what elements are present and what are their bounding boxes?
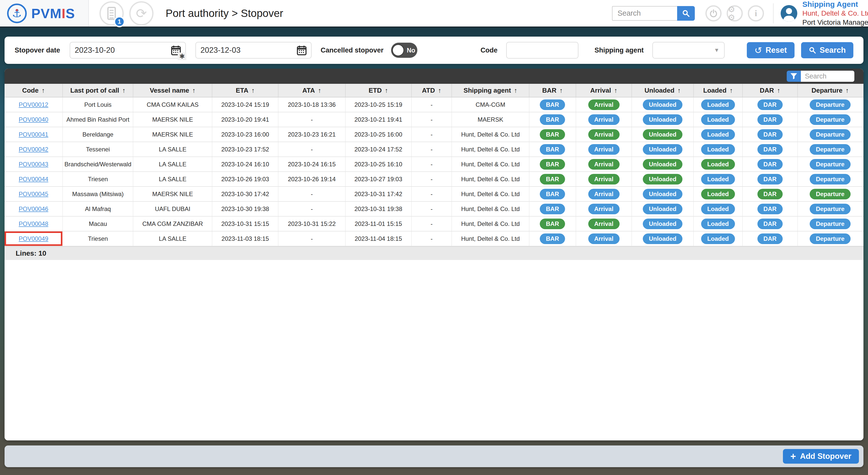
column-header-etd[interactable]: ETD↑ xyxy=(346,84,412,97)
column-header-departure[interactable]: Departure↑ xyxy=(798,84,863,97)
code-input[interactable] xyxy=(506,42,579,59)
stopover-code-link[interactable]: POV00046 xyxy=(19,205,48,213)
loaded-chip-button[interactable]: Loaded xyxy=(701,189,735,199)
departure-chip-button[interactable]: Departure xyxy=(810,159,850,169)
arrival-chip-button[interactable]: Arrival xyxy=(588,144,620,155)
stopover-code-link[interactable]: POV00041 xyxy=(19,131,48,138)
stopover-code-link[interactable]: POV00043 xyxy=(19,161,48,168)
filter-search-button[interactable]: Search xyxy=(801,42,854,58)
arrival-chip-button[interactable]: Arrival xyxy=(588,129,620,140)
column-header-loaded[interactable]: Loaded↑ xyxy=(694,84,743,97)
departure-chip-button[interactable]: Departure xyxy=(810,219,850,229)
unloaded-chip-button[interactable]: Unloaded xyxy=(643,219,682,229)
arrival-chip-button[interactable]: Arrival xyxy=(588,204,620,214)
unloaded-chip-button[interactable]: Unloaded xyxy=(643,204,682,214)
loaded-chip-button[interactable]: Loaded xyxy=(701,204,735,214)
column-header-dar[interactable]: DAR↑ xyxy=(743,84,798,97)
date-to-field[interactable]: 2023-12-03 xyxy=(195,42,312,59)
table-search-input[interactable] xyxy=(801,71,855,82)
unloaded-chip-button[interactable]: Unloaded xyxy=(643,174,682,185)
loaded-chip-button[interactable]: Loaded xyxy=(701,99,735,110)
column-header-eta[interactable]: ETA↑ xyxy=(212,84,278,97)
departure-chip-button[interactable]: Departure xyxy=(810,204,850,214)
dar-chip-button[interactable]: DAR xyxy=(757,114,783,125)
departure-chip-button[interactable]: Departure xyxy=(810,189,850,199)
reset-button[interactable]: ↺ Reset xyxy=(747,42,795,58)
column-header-code[interactable]: Code↑ xyxy=(4,84,63,97)
refresh-button[interactable]: ⟳ xyxy=(129,1,154,26)
column-header-unloaded[interactable]: Unloaded↑ xyxy=(632,84,694,97)
unloaded-chip-button[interactable]: Unloaded xyxy=(643,233,682,244)
global-search-input[interactable] xyxy=(612,6,677,21)
stopover-code-link[interactable]: POV00040 xyxy=(19,116,48,123)
unloaded-chip-button[interactable]: Unloaded xyxy=(643,189,682,199)
departure-chip-button[interactable]: Departure xyxy=(810,174,850,185)
add-stopover-button[interactable]: + Add Stopover xyxy=(783,449,859,464)
dar-chip-button[interactable]: DAR xyxy=(757,99,783,110)
dar-chip-button[interactable]: DAR xyxy=(757,233,783,244)
cancelled-stopover-toggle[interactable]: No xyxy=(391,43,417,58)
settings-button[interactable]: ⚙ ⚙ xyxy=(726,5,743,22)
dar-chip-button[interactable]: DAR xyxy=(757,144,783,155)
column-header-arrival[interactable]: Arrival↑ xyxy=(576,84,632,97)
bar-chip-button[interactable]: BAR xyxy=(540,189,565,199)
info-button[interactable]: i xyxy=(748,5,764,22)
bar-chip-button[interactable]: BAR xyxy=(540,174,565,185)
dar-chip-button[interactable]: DAR xyxy=(757,219,783,229)
logout-button[interactable] xyxy=(705,5,721,22)
logo-block[interactable]: ⚓ PVMIS xyxy=(0,0,89,27)
loaded-chip-button[interactable]: Loaded xyxy=(701,174,735,185)
global-search-button[interactable] xyxy=(677,6,695,21)
notifications-doc-button[interactable]: 1 xyxy=(99,1,124,26)
dar-chip-button[interactable]: DAR xyxy=(757,174,783,185)
stopover-code-link[interactable]: POV00044 xyxy=(19,176,48,183)
shipping-agent-select[interactable]: ▼ xyxy=(652,42,724,59)
column-header-bar[interactable]: BAR↑ xyxy=(529,84,576,97)
bar-chip-button[interactable]: BAR xyxy=(540,233,565,244)
bar-chip-button[interactable]: BAR xyxy=(540,114,565,125)
date-from-field[interactable]: 2023-10-20 ✱ xyxy=(70,42,186,59)
unloaded-chip-button[interactable]: Unloaded xyxy=(643,99,682,110)
loaded-chip-button[interactable]: Loaded xyxy=(701,114,735,125)
dar-chip-button[interactable]: DAR xyxy=(757,204,783,214)
departure-chip-button[interactable]: Departure xyxy=(810,233,850,244)
column-header-vessel-name[interactable]: Vessel name↑ xyxy=(133,84,212,97)
column-header-last-port-of-call[interactable]: Last port of call↑ xyxy=(63,84,133,97)
departure-chip-button[interactable]: Departure xyxy=(810,114,850,125)
departure-chip-button[interactable]: Departure xyxy=(810,144,850,155)
bar-chip-button[interactable]: BAR xyxy=(540,204,565,214)
dar-chip-button[interactable]: DAR xyxy=(757,189,783,199)
unloaded-chip-button[interactable]: Unloaded xyxy=(643,114,682,125)
bar-chip-button[interactable]: BAR xyxy=(540,144,565,155)
bar-chip-button[interactable]: BAR xyxy=(540,129,565,140)
arrival-chip-button[interactable]: Arrival xyxy=(588,159,620,169)
user-avatar[interactable] xyxy=(781,5,797,22)
stopover-code-link[interactable]: POV00048 xyxy=(19,220,48,227)
stopover-code-link[interactable]: POV00049 xyxy=(19,235,48,242)
column-header-atd[interactable]: ATD↑ xyxy=(412,84,452,97)
unloaded-chip-button[interactable]: Unloaded xyxy=(643,129,682,140)
unloaded-chip-button[interactable]: Unloaded xyxy=(643,159,682,169)
stopover-code-link[interactable]: POV00045 xyxy=(19,191,48,198)
user-info[interactable]: Shipping Agent Hunt, Deltel & Co. Ltd Po… xyxy=(802,0,868,27)
dar-chip-button[interactable]: DAR xyxy=(757,159,783,169)
arrival-chip-button[interactable]: Arrival xyxy=(588,114,620,125)
arrival-chip-button[interactable]: Arrival xyxy=(588,174,620,185)
departure-chip-button[interactable]: Departure xyxy=(810,129,850,140)
loaded-chip-button[interactable]: Loaded xyxy=(701,144,735,155)
arrival-chip-button[interactable]: Arrival xyxy=(588,233,620,244)
bar-chip-button[interactable]: BAR xyxy=(540,159,565,169)
dar-chip-button[interactable]: DAR xyxy=(757,129,783,140)
stopover-code-link[interactable]: POV00012 xyxy=(19,101,48,108)
loaded-chip-button[interactable]: Loaded xyxy=(701,159,735,169)
loaded-chip-button[interactable]: Loaded xyxy=(701,129,735,140)
stopover-code-link[interactable]: POV00042 xyxy=(19,146,48,153)
arrival-chip-button[interactable]: Arrival xyxy=(588,99,620,110)
column-header-shipping-agent[interactable]: Shipping agent↑ xyxy=(452,84,529,97)
column-header-ata[interactable]: ATA↑ xyxy=(278,84,345,97)
arrival-chip-button[interactable]: Arrival xyxy=(588,189,620,199)
bar-chip-button[interactable]: BAR xyxy=(540,219,565,229)
bar-chip-button[interactable]: BAR xyxy=(540,99,565,110)
departure-chip-button[interactable]: Departure xyxy=(810,99,850,110)
arrival-chip-button[interactable]: Arrival xyxy=(588,219,620,229)
